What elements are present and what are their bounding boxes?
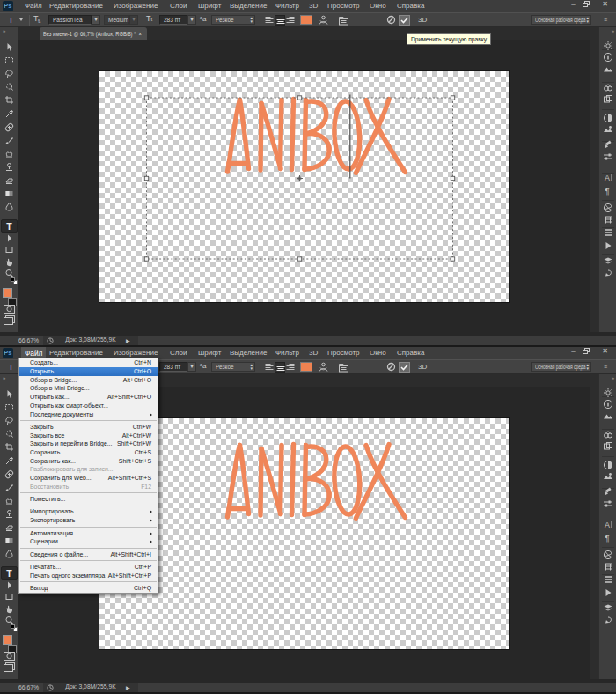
svg-text:¶: ¶	[605, 533, 610, 543]
svg-text:A: A	[605, 174, 610, 182]
svg-text:¶: ¶	[605, 186, 610, 196]
svg-text:A: A	[605, 520, 610, 529]
